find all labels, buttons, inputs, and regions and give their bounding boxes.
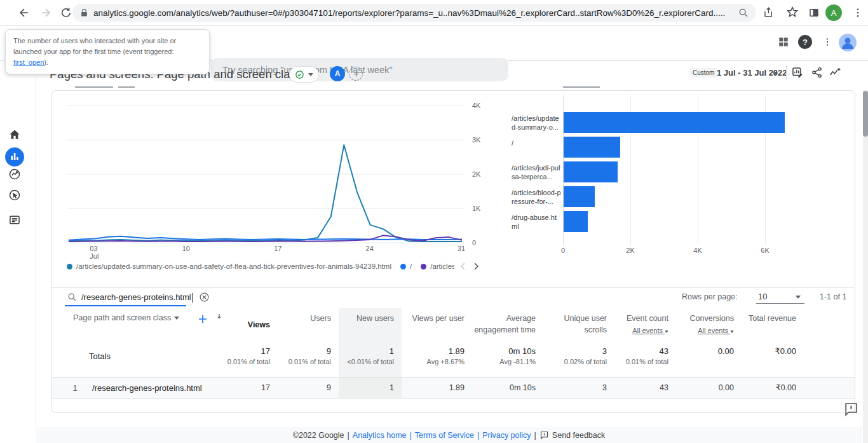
footer-link-analytics-home[interactable]: Analytics home <box>353 431 407 440</box>
browser-avatar[interactable]: A <box>825 4 842 21</box>
footer-separator: | <box>348 431 349 440</box>
y-tick: 4K <box>472 102 480 109</box>
y-tick: 2K <box>472 170 480 178</box>
share-page-icon[interactable] <box>763 6 775 18</box>
caret-down-icon <box>730 331 734 333</box>
customize-report-icon[interactable] <box>791 66 804 79</box>
legend-dot-icon <box>421 264 426 269</box>
check-circle-icon <box>295 70 304 79</box>
row-cell: 3 <box>543 378 614 398</box>
totals-cell: 30.02% of total <box>543 340 614 377</box>
caret-down-icon <box>665 331 668 333</box>
app-menu-icon[interactable] <box>822 36 832 48</box>
scrollbar-track[interactable] <box>863 90 868 443</box>
date-range-caret-icon[interactable] <box>773 72 778 75</box>
table-search-input[interactable]: /research-genes-proteins.html <box>81 292 193 303</box>
sidebar-item-reports[interactable] <box>5 147 24 167</box>
back-icon[interactable] <box>18 6 31 19</box>
bookmark-star-icon[interactable] <box>786 6 799 18</box>
scrollbar-thumb[interactable] <box>863 91 868 137</box>
send-feedback-link[interactable]: Send feedback <box>552 431 605 440</box>
bar <box>564 211 588 232</box>
lock-icon <box>80 8 88 17</box>
table-row[interactable]: 1/research-genes-proteins.html17911.890m… <box>51 377 855 399</box>
share-report-icon[interactable] <box>811 66 824 79</box>
search-underline <box>65 305 186 306</box>
sidebar-item-library[interactable] <box>8 214 21 226</box>
legend-prev-icon[interactable] <box>459 262 468 271</box>
add-dimension-button[interactable] <box>197 313 208 325</box>
column-header-total-revenue[interactable]: Total revenue <box>742 308 804 340</box>
column-header-unique-user-scrolls[interactable]: Unique user scrolls <box>543 308 614 340</box>
bar-x-tick: 0 <box>558 247 568 254</box>
footer-link-terms-of-service[interactable]: Terms of Service <box>415 431 474 440</box>
totals-cell: 1.89Avg +8.67% <box>402 340 472 377</box>
dimension-header-label: Page path and screen class <box>73 313 171 322</box>
row-cell: ₹0.00 <box>742 378 804 398</box>
footer-separator: | <box>477 431 479 440</box>
text-cursor <box>192 293 193 303</box>
tooltip-text: The number of users who interacted with … <box>13 37 176 55</box>
footer-copyright: ©2022 Google <box>293 431 344 440</box>
events-filter[interactable]: All events <box>676 326 734 336</box>
collaborator-avatar[interactable]: A <box>330 66 345 81</box>
add-collaborator-button[interactable] <box>349 67 363 81</box>
line-chart-svg <box>67 95 464 245</box>
row-cell: 43 <box>614 378 676 398</box>
row-cell: 0m 10s <box>472 378 543 398</box>
rows-per-page-select[interactable]: 10 <box>758 292 767 301</box>
y-tick: 0 <box>472 239 476 247</box>
feedback-bubble-icon[interactable] <box>843 401 859 417</box>
legend-item[interactable]: / <box>400 262 412 270</box>
column-header-views-per-user[interactable]: Views per user <box>402 308 472 340</box>
rows-per-page-caret-icon[interactable] <box>796 296 801 299</box>
bar-label: / <box>512 139 561 147</box>
table-search-icon <box>67 292 77 302</box>
url-bar[interactable]: analytics.google.com/analytics/web/?auth… <box>72 4 756 22</box>
bar <box>564 161 618 182</box>
tooltip-link[interactable]: first_open <box>13 58 44 66</box>
sidebar-item-explore[interactable] <box>8 168 21 181</box>
metric-tooltip: The number of users who interacted with … <box>5 29 210 74</box>
chart-legend: /articles/updated-summary-on-use-and-saf… <box>67 262 454 270</box>
sidebar-item-advertising[interactable] <box>8 189 21 201</box>
bar-label: /articles/blood-pressure-for-... <box>512 188 561 207</box>
insights-icon[interactable] <box>829 66 842 79</box>
column-header-new-users[interactable]: New users <box>339 308 402 340</box>
column-header-users[interactable]: Users <box>278 308 339 340</box>
footer-separator: | <box>410 431 412 440</box>
account-avatar[interactable] <box>839 34 857 51</box>
footer-link-privacy-policy[interactable]: Privacy policy <box>482 431 531 440</box>
totals-cell: 0.00 <box>676 340 742 377</box>
bar <box>564 112 785 133</box>
sidebar-item-home[interactable] <box>8 128 21 141</box>
row-cell: 1 <box>339 378 402 398</box>
reload-icon[interactable] <box>60 6 72 19</box>
column-header-average-engagement-time[interactable]: Average engagement time <box>472 308 543 340</box>
column-header-conversions[interactable]: ConversionsAll events <box>676 308 742 340</box>
header-divider <box>786 65 787 80</box>
legend-dot-icon <box>400 264 406 269</box>
dimension-header[interactable]: Page path and screen class <box>64 313 179 322</box>
side-panel-icon[interactable] <box>808 7 820 18</box>
report-status-pill[interactable] <box>289 66 319 83</box>
bar-label: /drug-abuse.html <box>512 213 561 231</box>
browser-menu-icon[interactable] <box>852 6 864 19</box>
help-icon[interactable]: ? <box>798 35 812 49</box>
clear-search-icon[interactable] <box>199 292 210 303</box>
feedback-icon <box>539 430 549 440</box>
bar-x-tick: 2K <box>625 247 635 254</box>
forward-icon[interactable] <box>39 6 52 19</box>
y-tick: 1K <box>472 205 480 212</box>
column-header-event-count[interactable]: Event countAll events <box>614 308 676 340</box>
column-header-views[interactable]: Views <box>216 308 278 340</box>
legend-next-icon[interactable] <box>471 262 480 271</box>
zoom-icon[interactable] <box>738 8 749 18</box>
row-cell: 9 <box>278 378 339 398</box>
row-cell: 1.89 <box>402 378 472 398</box>
date-range-badge: Custom <box>689 68 717 78</box>
legend-item[interactable]: /articles/updated-summary-on-use-and-saf… <box>67 262 391 270</box>
apps-grid-icon[interactable] <box>778 36 789 48</box>
legend-item[interactable]: /articles/judi-pulsa-terpercaya <box>421 262 454 270</box>
events-filter[interactable]: All events <box>614 326 668 336</box>
